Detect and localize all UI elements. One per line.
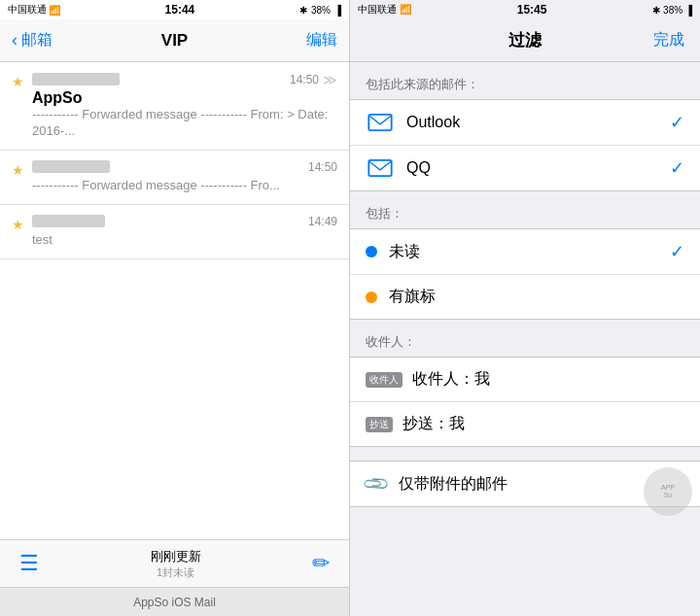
- bluetooth-icon-right: ✱: [652, 5, 660, 16]
- to-badge: 收件人: [366, 372, 402, 388]
- signal-left: 中国联通 📶: [8, 3, 60, 17]
- mail-list: ★ 14:50 ≫ AppSo ----------- Forwarded me…: [0, 62, 349, 539]
- menu-icon[interactable]: ☰: [19, 551, 39, 576]
- mail-time-2: 14:50: [308, 160, 337, 174]
- mail-item-1[interactable]: ★ 14:50 ≫ AppSo ----------- Forwarded me…: [0, 62, 349, 151]
- wifi-icon-left: 📶: [49, 5, 60, 16]
- mail-header-3: 14:49: [32, 215, 337, 228]
- mail-item-2[interactable]: ★ 14:50 ----------- Forwarded message --…: [0, 151, 349, 205]
- battery-icon-right: ▐: [685, 5, 692, 16]
- section-header-recipient: 收件人：: [350, 320, 700, 357]
- right-status-left: ✱ 38% ▐: [299, 5, 341, 16]
- star-icon-3: ★: [12, 217, 24, 232]
- filter-item-attachment[interactable]: 📎 仅带附件的邮件 APPSo: [350, 462, 700, 506]
- filter-group-attachment: 📎 仅带附件的邮件 APPSo: [350, 461, 700, 507]
- update-text: 刚刚更新: [151, 548, 201, 565]
- outlook-checkmark: ✓: [670, 112, 684, 133]
- left-panel: 中国联通 📶 15:44 ✱ 38% ▐ ‹ 邮箱 VIP 编辑 ★ 14:5: [0, 0, 350, 616]
- filter-item-cc-me[interactable]: 抄送 抄送：我: [350, 402, 700, 446]
- mail-preview-1: ----------- Forwarded message ----------…: [32, 107, 337, 140]
- outlook-icon: [366, 112, 395, 133]
- mail-preview-3: test: [32, 232, 337, 249]
- mail-sender-blur-2: [32, 160, 110, 173]
- wifi-icon-right: 📶: [400, 4, 411, 15]
- filter-item-unread[interactable]: 未读 ✓: [350, 229, 700, 275]
- right-panel: 中国联通 📶 15:45 ✱ 38% ▐ 过滤 完成 包括此来源的邮件：: [350, 0, 700, 616]
- spacer: [350, 447, 700, 461]
- filter-content: 包括此来源的邮件： Outlook ✓: [350, 62, 700, 616]
- time-right: 15:45: [517, 3, 547, 17]
- cc-badge: 抄送: [366, 417, 393, 432]
- qq-label: QQ: [406, 159, 670, 177]
- filter-item-flagged[interactable]: 有旗标: [350, 275, 700, 319]
- attachment-icon: 📎: [361, 468, 391, 498]
- flagged-label: 有旗标: [389, 287, 684, 307]
- nav-title-left: VIP: [161, 31, 188, 51]
- star-icon-1: ★: [12, 74, 24, 89]
- mail-preview-2: ----------- Forwarded message ----------…: [32, 178, 337, 194]
- mail-sender-blur-3: [32, 215, 105, 227]
- qq-icon: [366, 157, 395, 179]
- outlook-label: Outlook: [406, 114, 670, 131]
- status-bar-left: 中国联通 📶 15:44 ✱ 38% ▐: [0, 0, 349, 19]
- flagged-dot-icon: [366, 291, 377, 303]
- done-button[interactable]: 完成: [653, 30, 684, 51]
- app-label-left: AppSo iOS Mail: [0, 587, 349, 616]
- battery-icon-left: ▐: [334, 5, 341, 16]
- to-me-label: 收件人：我: [412, 369, 684, 390]
- mail-content-1: 14:50 ≫ AppSo ----------- Forwarded mess…: [32, 72, 337, 140]
- attachment-label: 仅带附件的邮件: [399, 474, 684, 495]
- watermark: APPSo: [644, 467, 692, 516]
- compose-icon[interactable]: ✏: [312, 551, 330, 576]
- svg-rect-0: [368, 115, 391, 130]
- filter-group-sources: Outlook ✓ QQ ✓: [350, 99, 700, 191]
- carrier-left: 中国联通: [8, 3, 47, 17]
- filter-item-to-me[interactable]: 收件人 收件人：我: [350, 358, 700, 402]
- status-bar-right: 中国联通 📶 15:45 ✱ 38% ▐: [350, 0, 700, 19]
- svg-rect-1: [368, 160, 391, 176]
- back-button[interactable]: ‹ 邮箱: [12, 30, 52, 51]
- mail-time-3: 14:49: [308, 215, 337, 228]
- back-label: 邮箱: [21, 30, 52, 51]
- mail-header-1: 14:50 ≫: [32, 72, 337, 87]
- filter-item-qq[interactable]: QQ ✓: [350, 146, 700, 190]
- battery-left: 38%: [311, 5, 331, 16]
- cc-me-label: 抄送：我: [402, 414, 684, 434]
- unread-count: 1封未读: [151, 565, 201, 580]
- right-status-right: ✱ 38% ▐: [652, 5, 692, 16]
- section-header-sources: 包括此来源的邮件：: [350, 62, 700, 99]
- mail-header-2: 14:50: [32, 160, 337, 174]
- filter-group-recipient: 收件人 收件人：我 抄送 抄送：我: [350, 357, 700, 447]
- bluetooth-icon-left: ✱: [299, 5, 307, 16]
- battery-right: 38%: [663, 5, 682, 16]
- nav-bar-left: ‹ 邮箱 VIP 编辑: [0, 19, 349, 62]
- mail-content-2: 14:50 ----------- Forwarded message ----…: [32, 160, 337, 194]
- back-chevron-icon: ‹: [12, 30, 18, 51]
- star-icon-2: ★: [12, 162, 24, 178]
- unread-label: 未读: [389, 242, 670, 262]
- nav-bar-right: 过滤 完成: [350, 19, 700, 62]
- bottom-toolbar: ☰ 刚刚更新 1封未读 ✏: [0, 539, 349, 587]
- mail-time-1: 14:50 ≫: [290, 72, 337, 87]
- nav-title-right: 过滤: [508, 29, 542, 51]
- mail-sender-blur-1: [32, 73, 120, 86]
- mail-item-3[interactable]: ★ 14:49 test: [0, 205, 349, 259]
- time-left: 15:44: [165, 3, 195, 17]
- qq-checkmark: ✓: [670, 157, 684, 179]
- edit-button[interactable]: 编辑: [306, 30, 337, 51]
- double-chevron-icon: ≫: [323, 72, 337, 87]
- unread-checkmark: ✓: [670, 241, 684, 262]
- section-header-include: 包括：: [350, 191, 700, 228]
- update-info: 刚刚更新 1封未读: [151, 548, 201, 580]
- signal-right: 中国联通 📶: [358, 3, 411, 17]
- filter-item-outlook[interactable]: Outlook ✓: [350, 100, 700, 146]
- filter-group-include: 未读 ✓ 有旗标: [350, 228, 700, 320]
- carrier-right: 中国联通: [358, 4, 397, 15]
- mail-sender-1: AppSo: [32, 89, 337, 107]
- unread-dot-icon: [366, 246, 377, 257]
- mail-content-3: 14:49 test: [32, 215, 337, 249]
- app-label-text: AppSo iOS Mail: [133, 596, 216, 609]
